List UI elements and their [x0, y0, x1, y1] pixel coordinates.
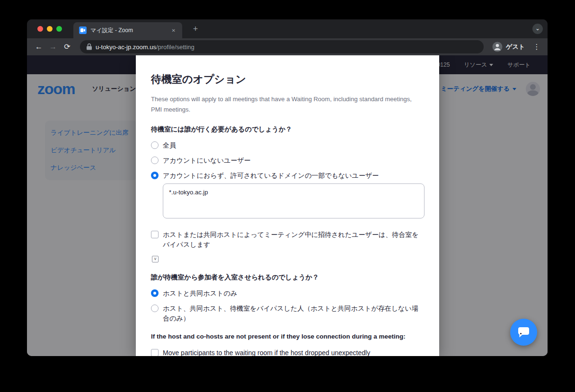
guest-label: ゲスト: [506, 43, 525, 51]
radio-label: アカウントにおらず、許可されているドメインの一部でもないユーザー: [163, 171, 379, 181]
radio-button[interactable]: [151, 157, 159, 164]
tab-close-icon[interactable]: ✕: [170, 27, 177, 34]
radio-label: ホストと共同ホストのみ: [163, 288, 237, 298]
url-domain: u-tokyo-ac-jp.zoom.us: [96, 44, 156, 51]
radio-button[interactable]: [151, 289, 159, 297]
browser-toolbar: ← → ⟳ u-tokyo-ac-jp.zoom.us/profile/sett…: [27, 38, 548, 55]
question-host-not-present: If the host and co-hosts are not present…: [151, 332, 424, 341]
address-bar[interactable]: u-tokyo-ac-jp.zoom.us/profile/setting: [80, 40, 484, 53]
modal-title: 待機室のオプション: [151, 72, 424, 87]
back-button[interactable]: ←: [33, 41, 45, 53]
radio-option-host-cohosts-bypassers[interactable]: ホスト、共同ホスト、待機室をバイパスした人（ホストと共同ホストが存在しない場合の…: [151, 304, 424, 323]
question-who-goes-to-waiting-room: 待機室には誰が行く必要があるのでしょうか？: [151, 124, 424, 134]
stray-glyph-icon: v: [152, 256, 159, 262]
url-text: u-tokyo-ac-jp.zoom.us/profile/setting: [96, 44, 195, 51]
support-chat-button[interactable]: [510, 319, 537, 346]
move-participants-checkbox-row[interactable]: Move participants to the waiting room if…: [151, 348, 424, 357]
radio-label: 全員: [163, 140, 176, 150]
profile-guest-button[interactable]: ゲスト: [492, 42, 525, 52]
radio-button[interactable]: [151, 141, 159, 149]
reload-button[interactable]: ⟳: [61, 41, 73, 53]
waiting-room-options-modal: 待機室のオプション These options will apply to al…: [136, 55, 439, 356]
browser-tab[interactable]: マイ設定 - Zoom ✕: [73, 22, 182, 38]
radio-option-host-and-cohosts-only[interactable]: ホストと共同ホストのみ: [151, 288, 424, 298]
radio-button[interactable]: [151, 172, 159, 179]
radio-label: ホスト、共同ホスト、待機室をバイパスした人（ホストと共同ホストが存在しない場合の…: [163, 304, 424, 323]
close-window-button[interactable]: [37, 26, 43, 32]
minimize-window-button[interactable]: [47, 26, 53, 32]
browser-menu-icon[interactable]: ⋮: [531, 43, 542, 51]
question-who-admits-participants: 誰が待機室から参加者を入室させられるのでしょうか？: [151, 272, 424, 282]
chat-bubble-icon: [517, 326, 530, 338]
window-controls: [37, 26, 62, 32]
url-path: /profile/setting: [156, 44, 195, 51]
forward-button[interactable]: →: [47, 41, 59, 53]
lock-icon: [87, 44, 92, 50]
zoom-favicon-icon: [79, 26, 87, 34]
checkbox[interactable]: [151, 349, 159, 357]
radio-option-users-not-in-allowed-domains[interactable]: アカウントにおらず、許可されているドメインの一部でもないユーザー: [151, 171, 424, 181]
radio-option-users-not-in-account[interactable]: アカウントにいないユーザー: [151, 156, 424, 166]
tab-strip: マイ設定 - Zoom ✕ + ⌄: [27, 19, 548, 38]
checkbox[interactable]: [151, 231, 159, 238]
guest-avatar-icon: [492, 42, 503, 52]
radio-button[interactable]: [151, 305, 159, 312]
zoom-window-button[interactable]: [56, 26, 62, 32]
radio-option-everyone[interactable]: 全員: [151, 140, 424, 150]
checkbox-label: ホストまたは共同ホストによってミーティング中に招待されたユーザーは、待合室をバイ…: [163, 230, 424, 250]
checkbox-label: Move participants to the waiting room if…: [163, 348, 370, 357]
radio-label: アカウントにいないユーザー: [163, 156, 251, 166]
bypass-waiting-room-checkbox-row[interactable]: ホストまたは共同ホストによってミーティング中に招待されたユーザーは、待合室をバイ…: [151, 230, 424, 250]
page-viewport: 88.799.0125 リソース サポート zoom ソリューション ミーティン…: [27, 55, 548, 356]
browser-window: マイ設定 - Zoom ✕ + ⌄ ← → ⟳ u-tokyo-ac-jp.zo…: [27, 19, 548, 356]
modal-description: These options will apply to all meetings…: [151, 94, 424, 115]
tab-search-chevron-icon[interactable]: ⌄: [532, 24, 543, 34]
allowed-domains-input[interactable]: *.u-tokyo.ac.jp: [163, 183, 425, 218]
tab-title: マイ設定 - Zoom: [90, 26, 166, 35]
new-tab-button[interactable]: +: [190, 24, 201, 35]
